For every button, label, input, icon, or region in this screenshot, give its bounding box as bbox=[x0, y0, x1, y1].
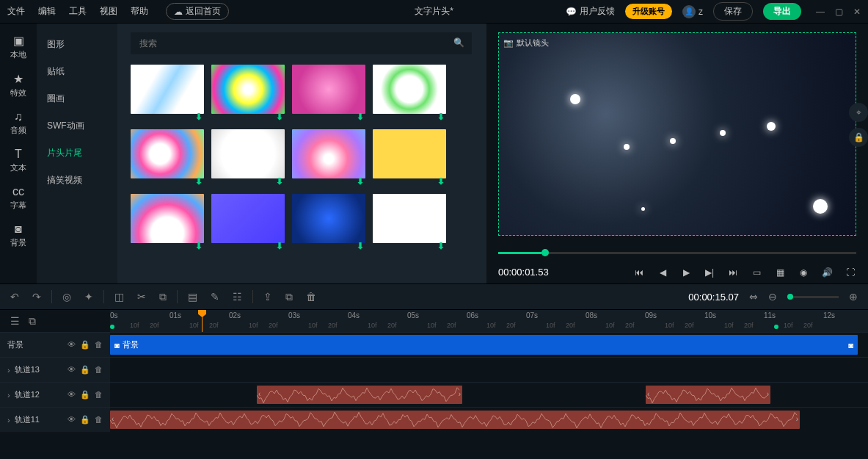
asset-thumb[interactable]: ⬇ bbox=[131, 129, 204, 187]
link-icon[interactable]: ⧉ bbox=[29, 315, 36, 328]
sidebar-item-2[interactable]: ♫音频 bbox=[10, 110, 26, 136]
track-label[interactable]: 背景👁🔒🗑 bbox=[0, 333, 110, 357]
trash-icon[interactable]: 🗑 bbox=[95, 390, 103, 400]
track-label[interactable]: ›轨道12👁🔒🗑 bbox=[0, 383, 110, 407]
search-input[interactable] bbox=[131, 32, 472, 54]
track-lane[interactable] bbox=[110, 358, 868, 382]
edit-icon[interactable]: ✎ bbox=[211, 291, 219, 303]
menu-edit[interactable]: 编辑 bbox=[38, 5, 56, 18]
layers-icon[interactable]: ☷ bbox=[233, 291, 242, 303]
crop-icon[interactable]: ✂ bbox=[137, 291, 146, 303]
audio-clip[interactable]: ‹› bbox=[110, 411, 800, 429]
track-label[interactable]: ›轨道13👁🔒🗑 bbox=[0, 358, 110, 382]
download-icon[interactable]: ⬇ bbox=[276, 112, 283, 122]
grid-icon[interactable]: ▦ bbox=[774, 267, 786, 278]
download-icon[interactable]: ⬇ bbox=[357, 176, 364, 187]
download-icon[interactable]: ⬇ bbox=[437, 112, 445, 122]
lock-icon[interactable]: 🔒 bbox=[80, 415, 90, 424]
sidebar-item-4[interactable]: cc字幕 bbox=[10, 185, 26, 211]
visibility-icon[interactable]: 👁 bbox=[68, 390, 76, 400]
zoom-knob[interactable] bbox=[787, 294, 793, 300]
undo-icon[interactable]: ↶ bbox=[10, 291, 19, 303]
step-fwd-icon[interactable]: ▶| bbox=[704, 267, 715, 278]
screen-icon[interactable]: ▭ bbox=[751, 267, 762, 278]
playhead[interactable] bbox=[202, 310, 203, 332]
search-icon[interactable]: 🔍 bbox=[453, 37, 464, 48]
category-item-5[interactable]: 搞笑视频 bbox=[37, 167, 117, 194]
user-menu[interactable]: 👤 z bbox=[682, 5, 703, 18]
save-button[interactable]: 保存 bbox=[713, 2, 753, 21]
trash-icon[interactable]: 🗑 bbox=[95, 365, 103, 375]
select-icon[interactable]: ◫ bbox=[114, 291, 124, 303]
category-item-2[interactable]: 圈画 bbox=[37, 85, 117, 112]
asset-thumb[interactable]: ⬇ bbox=[292, 65, 365, 122]
maximize-icon[interactable]: ▢ bbox=[835, 7, 843, 17]
expand-icon[interactable]: › bbox=[7, 366, 10, 375]
visibility-icon[interactable]: 👁 bbox=[68, 415, 76, 424]
feedback-link[interactable]: 💬 用户反馈 bbox=[566, 5, 615, 18]
download-icon[interactable]: ⬇ bbox=[437, 176, 445, 187]
image-icon[interactable]: ▤ bbox=[188, 291, 197, 303]
play-icon[interactable]: ▶ bbox=[680, 267, 692, 278]
clip-handle-right-icon[interactable]: › bbox=[796, 415, 798, 423]
split-icon[interactable]: ⧉ bbox=[159, 291, 167, 303]
track-label[interactable]: ›轨道11👁🔒🗑 bbox=[0, 408, 110, 432]
range-end-marker[interactable] bbox=[774, 325, 778, 329]
menu-tools[interactable]: 工具 bbox=[69, 5, 87, 18]
download-icon[interactable]: ⬇ bbox=[276, 241, 283, 251]
focus-icon[interactable]: ⌖ bbox=[849, 103, 868, 122]
sidebar-item-3[interactable]: T文本 bbox=[10, 148, 26, 173]
background-clip[interactable]: ◙背景◙ bbox=[110, 335, 858, 355]
asset-thumb[interactable]: ⬇ bbox=[211, 129, 285, 187]
category-item-4[interactable]: 片头片尾 bbox=[37, 140, 117, 167]
next-frame-icon[interactable]: ⏭ bbox=[727, 267, 739, 278]
asset-thumb[interactable]: ⬇ bbox=[292, 129, 365, 187]
clip-handle-right-icon[interactable]: › bbox=[459, 390, 461, 398]
category-item-0[interactable]: 图形 bbox=[37, 31, 117, 58]
audio-clip[interactable]: ‹› bbox=[646, 386, 770, 404]
download-icon[interactable]: ⬇ bbox=[276, 176, 283, 187]
fullscreen-icon[interactable]: ⛶ bbox=[845, 267, 856, 278]
expand-icon[interactable]: › bbox=[7, 416, 10, 424]
asset-thumb[interactable]: ⬇ bbox=[131, 65, 204, 122]
minimize-icon[interactable]: — bbox=[816, 7, 825, 17]
zoom-in-icon[interactable]: ⊕ bbox=[849, 291, 858, 303]
thumb-scroll[interactable]: ⬇⬇⬇⬇⬇⬇⬇⬇⬇⬇⬇⬇ bbox=[131, 65, 481, 251]
audio-clip[interactable]: ‹› bbox=[257, 386, 462, 404]
download-icon[interactable]: ⬇ bbox=[195, 241, 203, 251]
download-icon[interactable]: ⬇ bbox=[195, 112, 203, 122]
range-start-marker[interactable] bbox=[110, 325, 114, 329]
volume-icon[interactable]: 🔊 bbox=[821, 267, 833, 278]
menu-view[interactable]: 视图 bbox=[100, 5, 117, 18]
lock-icon[interactable]: 🔒 bbox=[80, 365, 90, 375]
asset-thumb[interactable]: ⬇ bbox=[373, 129, 446, 187]
target-icon[interactable]: ◎ bbox=[62, 291, 71, 303]
download-icon[interactable]: ⬇ bbox=[357, 241, 364, 251]
trash-icon[interactable]: 🗑 bbox=[95, 340, 103, 350]
export-clip-icon[interactable]: ⇪ bbox=[263, 291, 272, 303]
lock-icon[interactable]: 🔒 bbox=[849, 128, 868, 147]
zoom-out-icon[interactable]: ⊖ bbox=[768, 291, 777, 303]
visibility-icon[interactable]: 👁 bbox=[68, 365, 76, 375]
visibility-icon[interactable]: 👁 bbox=[68, 340, 76, 350]
sidebar-item-1[interactable]: ★特效 bbox=[10, 72, 26, 98]
fit-icon[interactable]: ⇔ bbox=[749, 291, 758, 303]
menu-help[interactable]: 帮助 bbox=[131, 5, 148, 18]
trash-icon[interactable]: 🗑 bbox=[95, 415, 103, 424]
asset-thumb[interactable]: ⬇ bbox=[373, 65, 446, 122]
sidebar-item-0[interactable]: ▣本地 bbox=[10, 34, 26, 60]
tracklist-icon[interactable]: ☰ bbox=[10, 315, 20, 327]
menu-file[interactable]: 文件 bbox=[7, 5, 25, 18]
export-button[interactable]: 导出 bbox=[763, 3, 801, 20]
preview-canvas[interactable]: 📷 默认镜头 bbox=[498, 32, 856, 236]
lock-icon[interactable]: 🔒 bbox=[80, 340, 90, 350]
lock-icon[interactable]: 🔒 bbox=[80, 390, 90, 400]
delete-icon[interactable]: 🗑 bbox=[306, 291, 316, 303]
clip-handle-right-icon[interactable]: › bbox=[767, 390, 769, 398]
redo-icon[interactable]: ↷ bbox=[32, 291, 41, 303]
download-icon[interactable]: ⬇ bbox=[195, 176, 203, 187]
asset-thumb[interactable]: ⬇ bbox=[373, 194, 446, 251]
time-ruler[interactable]: 0s10f20f01s10f20f02s10f20f03s10f20f04s10… bbox=[110, 310, 868, 332]
copy-icon[interactable]: ⧉ bbox=[285, 291, 293, 303]
upgrade-button[interactable]: 升级账号 bbox=[625, 4, 672, 19]
